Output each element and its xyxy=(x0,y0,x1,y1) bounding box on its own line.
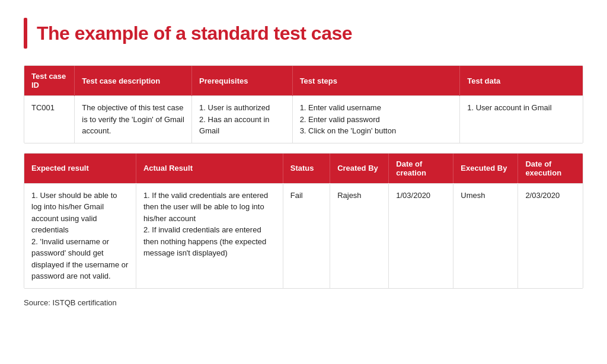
source-text: Source: ISTQB certification xyxy=(24,298,583,307)
col-created-by: Created By xyxy=(330,154,389,184)
expected-line2: 2. 'Invalid username or password' should… xyxy=(31,237,128,281)
table1-wrapper: Test case ID Test case description Prere… xyxy=(24,65,583,143)
cell-test-case-id: TC001 xyxy=(24,96,75,143)
title-section: The example of a standard test case xyxy=(24,18,583,49)
col-date-execution: Date of execution xyxy=(518,154,583,184)
table-row: 1. User should be able to log into his/h… xyxy=(24,183,583,288)
step1: 1. Enter valid username xyxy=(300,103,381,112)
cell-prerequisites: 1. User is authorized 2. Has an account … xyxy=(192,96,293,143)
col-actual-result: Actual Result xyxy=(136,154,283,184)
step3: 3. Click on the 'Login' button xyxy=(300,126,397,135)
table-row: TC001 The objective of this test case is… xyxy=(24,96,583,143)
col-date-creation: Date of creation xyxy=(389,154,453,184)
cell-description: The objective of this test case is to ve… xyxy=(75,96,192,143)
table2-header-row: Expected result Actual Result Status Cre… xyxy=(24,154,583,184)
col-prerequisites: Prerequisites xyxy=(192,66,293,96)
col-expected-result: Expected result xyxy=(24,154,136,184)
col-test-case-desc: Test case description xyxy=(75,66,192,96)
cell-status: Fail xyxy=(283,183,330,288)
test-case-table: Test case ID Test case description Prere… xyxy=(24,66,583,143)
cell-date-creation: 1/03/2020 xyxy=(389,183,453,288)
table2-wrapper: Expected result Actual Result Status Cre… xyxy=(24,153,583,289)
col-test-data: Test data xyxy=(460,66,583,96)
prerequisites-line2: 2. Has an account in Gmail xyxy=(199,115,270,136)
table1-header-row: Test case ID Test case description Prere… xyxy=(24,66,583,96)
cell-actual-result: 1. If the valid credentials are entered … xyxy=(136,183,283,288)
actual-line1: 1. If the valid credentials are entered … xyxy=(143,191,268,223)
cell-executed-by: Umesh xyxy=(453,183,518,288)
col-test-steps: Test steps xyxy=(292,66,460,96)
page-title: The example of a standard test case xyxy=(37,23,352,44)
expected-line1: 1. User should be able to log into his/h… xyxy=(31,191,117,235)
cell-steps: 1. Enter valid username 2. Enter valid p… xyxy=(292,96,460,143)
page-container: The example of a standard test case Test… xyxy=(0,0,607,364)
cell-date-execution: 2/03/2020 xyxy=(518,183,583,288)
col-status: Status xyxy=(283,154,330,184)
col-executed-by: Executed By xyxy=(453,154,518,184)
cell-expected-result: 1. User should be able to log into his/h… xyxy=(24,183,136,288)
cell-test-data: 1. User account in Gmail xyxy=(460,96,583,143)
results-table: Expected result Actual Result Status Cre… xyxy=(24,154,583,288)
actual-line2: 2. If invalid credentials are entered th… xyxy=(143,225,266,257)
title-bar-decoration xyxy=(24,18,27,49)
prerequisites-line1: 1. User is authorized xyxy=(199,103,270,112)
step2: 2. Enter valid password xyxy=(300,115,380,124)
cell-created-by: Rajesh xyxy=(330,183,389,288)
col-test-case-id: Test case ID xyxy=(24,66,75,96)
